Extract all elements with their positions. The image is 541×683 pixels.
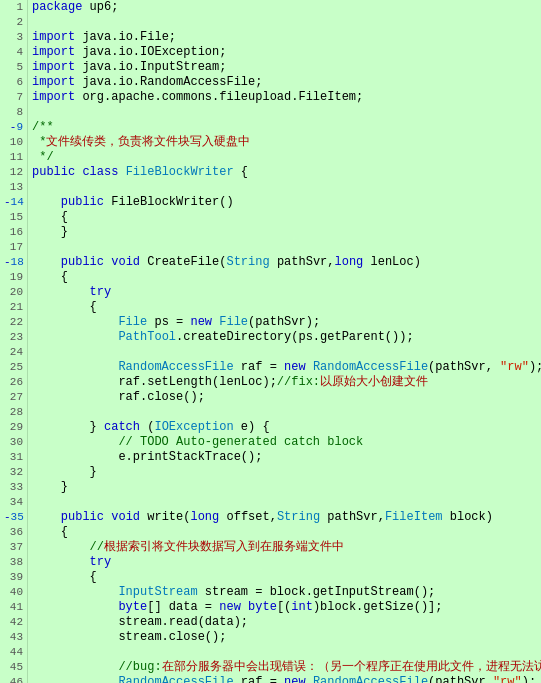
line-number: 15	[4, 210, 23, 225]
code-line	[32, 495, 541, 510]
code-line: import java.io.RandomAccessFile;	[32, 75, 541, 90]
code-line: } catch (IOException e) {	[32, 420, 541, 435]
code-line: import org.apache.commons.fileupload.Fil…	[32, 90, 541, 105]
line-number: 2	[4, 15, 23, 30]
code-line: public void write(long offset,String pat…	[32, 510, 541, 525]
code-line: /**	[32, 120, 541, 135]
line-number: 23	[4, 330, 23, 345]
line-number: 38	[4, 555, 23, 570]
code-line	[32, 180, 541, 195]
line-number: 37	[4, 540, 23, 555]
line-number: -35	[4, 510, 23, 525]
line-number: 8	[4, 105, 23, 120]
line-number: 28	[4, 405, 23, 420]
code-line: public class FileBlockWriter {	[32, 165, 541, 180]
line-number: 29	[4, 420, 23, 435]
code-line: stream.read(data);	[32, 615, 541, 630]
code-line: raf.setLength(lenLoc);//fix:以原始大小创建文件	[32, 375, 541, 390]
code-line: import java.io.InputStream;	[32, 60, 541, 75]
line-number: 10	[4, 135, 23, 150]
line-number: 12	[4, 165, 23, 180]
line-number: -9	[4, 120, 23, 135]
line-number: 36	[4, 525, 23, 540]
code-line: raf.close();	[32, 390, 541, 405]
code-line: //根据索引将文件块数据写入到在服务端文件中	[32, 540, 541, 555]
line-number: 7	[4, 90, 23, 105]
code-line	[32, 345, 541, 360]
line-number: 3	[4, 30, 23, 45]
line-number: 1	[4, 0, 23, 15]
code-content: package up6; import java.io.File;import …	[28, 0, 541, 683]
code-line	[32, 15, 541, 30]
line-number: 40	[4, 585, 23, 600]
code-line: {	[32, 210, 541, 225]
line-number: 4	[4, 45, 23, 60]
code-line: package up6;	[32, 0, 541, 15]
line-number: 22	[4, 315, 23, 330]
code-line: }	[32, 480, 541, 495]
line-number: 31	[4, 450, 23, 465]
code-line	[32, 645, 541, 660]
line-number: 27	[4, 390, 23, 405]
code-line: stream.close();	[32, 630, 541, 645]
line-number: 26	[4, 375, 23, 390]
code-line: {	[32, 525, 541, 540]
line-number: 6	[4, 75, 23, 90]
line-number: 39	[4, 570, 23, 585]
code-line: RandomAccessFile raf = new RandomAccessF…	[32, 360, 541, 375]
line-number: 45	[4, 660, 23, 675]
line-number: 25	[4, 360, 23, 375]
code-line: *文件续传类，负责将文件块写入硬盘中	[32, 135, 541, 150]
code-line: try	[32, 555, 541, 570]
line-number: 41	[4, 600, 23, 615]
line-number: 33	[4, 480, 23, 495]
code-line: public FileBlockWriter()	[32, 195, 541, 210]
code-line: //bug:在部分服务器中会出现错误：（另一个程序正在使用此文件，进程无法访问。…	[32, 660, 541, 675]
code-line	[32, 240, 541, 255]
line-number: 13	[4, 180, 23, 195]
line-number: 17	[4, 240, 23, 255]
line-number: 42	[4, 615, 23, 630]
line-number: 19	[4, 270, 23, 285]
code-line: {	[32, 300, 541, 315]
line-number: 24	[4, 345, 23, 360]
line-number: 30	[4, 435, 23, 450]
code-line: try	[32, 285, 541, 300]
code-line: File ps = new File(pathSvr);	[32, 315, 541, 330]
code-line: RandomAccessFile raf = new RandomAccessF…	[32, 675, 541, 683]
code-line: */	[32, 150, 541, 165]
code-line: {	[32, 570, 541, 585]
code-line: public void CreateFile(String pathSvr,lo…	[32, 255, 541, 270]
code-line: e.printStackTrace();	[32, 450, 541, 465]
code-line: }	[32, 225, 541, 240]
line-number: 43	[4, 630, 23, 645]
line-number: -14	[4, 195, 23, 210]
code-line: {	[32, 270, 541, 285]
line-number: 20	[4, 285, 23, 300]
line-number: 16	[4, 225, 23, 240]
code-editor: 12345678-910111213-14151617-181920212223…	[0, 0, 541, 683]
code-line: InputStream stream = block.getInputStrea…	[32, 585, 541, 600]
line-number: 46	[4, 675, 23, 683]
code-line: import java.io.IOException;	[32, 45, 541, 60]
line-number: 32	[4, 465, 23, 480]
code-line: byte[] data = new byte[(int)block.getSiz…	[32, 600, 541, 615]
code-line: // TODO Auto-generated catch block	[32, 435, 541, 450]
line-number: 34	[4, 495, 23, 510]
line-number-column: 12345678-910111213-14151617-181920212223…	[0, 0, 28, 683]
line-number: 44	[4, 645, 23, 660]
line-number: 5	[4, 60, 23, 75]
code-line: import java.io.File;	[32, 30, 541, 45]
code-line: }	[32, 465, 541, 480]
line-number: 11	[4, 150, 23, 165]
code-line	[32, 105, 541, 120]
line-number: -18	[4, 255, 23, 270]
code-line	[32, 405, 541, 420]
line-number: 21	[4, 300, 23, 315]
code-line: PathTool.createDirectory(ps.getParent())…	[32, 330, 541, 345]
